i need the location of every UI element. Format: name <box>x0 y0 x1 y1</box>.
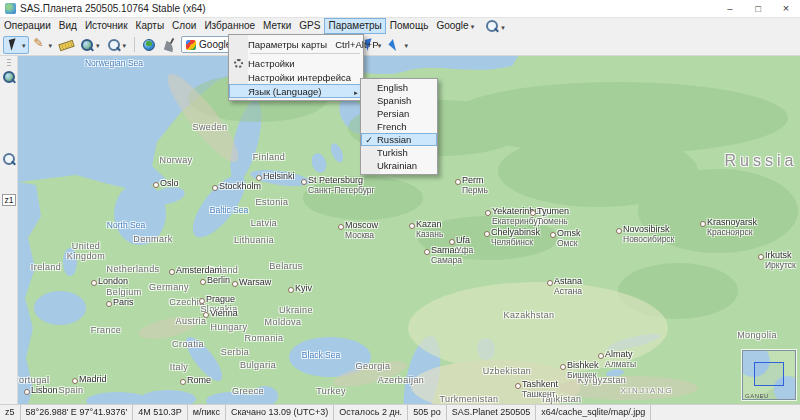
chevron-down-icon <box>499 21 505 32</box>
country-label: Georgia <box>356 362 391 372</box>
city-name-ru: Москва <box>345 231 378 240</box>
city-name-ru: Пермь <box>462 186 488 195</box>
menu-separator <box>250 53 360 54</box>
city-name-en: Paris <box>113 298 134 308</box>
menu-item-label: Язык (Language) <box>248 86 321 97</box>
maximize-button[interactable] <box>744 0 772 17</box>
menu-layers[interactable]: Слои <box>168 18 200 34</box>
nav-arrow2-icon <box>388 38 402 52</box>
menu-view[interactable]: Вид <box>55 18 81 34</box>
chevron-down-icon <box>20 39 26 50</box>
titlebar: SAS.Планета 250505.10764 Stable (x64) <box>0 0 800 18</box>
zoom-in-icon[interactable] <box>2 70 16 84</box>
city-label: MoscowМосква <box>345 221 378 240</box>
gps-receiver-button[interactable] <box>160 36 180 54</box>
zoom-region-button[interactable] <box>77 36 103 54</box>
country-label: Belarus <box>269 262 302 272</box>
language-item-spanish[interactable]: Spanish <box>361 94 437 107</box>
fullscreen-globe-button[interactable] <box>139 36 159 54</box>
city-label: AstanaАстана <box>554 277 582 296</box>
city-name-en: Stockholm <box>219 182 261 192</box>
main-toolbar: Google <box>0 34 800 56</box>
placemark-tool-button[interactable] <box>30 36 56 54</box>
city-name-ru: Омск <box>557 239 581 248</box>
status-segment: x64/cache_sqlite/map/.jpg <box>536 405 651 420</box>
close-button[interactable] <box>772 0 800 17</box>
city-name-en: Warsaw <box>239 278 271 288</box>
city-label: AlmatyАлматы <box>605 350 636 369</box>
zoom-out-icon[interactable] <box>2 152 16 166</box>
sea-label: Black Sea <box>302 351 340 360</box>
language-item-persian[interactable]: Persian <box>361 107 437 120</box>
menu-item-settings[interactable]: Настройки <box>229 56 363 70</box>
country-label: Bulgaria <box>240 361 276 371</box>
language-item-label: Persian <box>377 108 409 119</box>
country-label: Denmark <box>133 235 172 245</box>
country-label: Austria <box>176 317 207 327</box>
menu-operations[interactable]: Операции <box>0 18 55 34</box>
menu-item-language[interactable]: Язык (Language) <box>229 84 363 98</box>
language-menu-items: EnglishSpanishPersianFrenchRussianTurkis… <box>361 81 437 172</box>
city-label: Prague <box>206 295 235 305</box>
city-label: St PetersburgСанкт-Петербург <box>308 176 375 195</box>
city-label: Lisbon <box>31 386 58 396</box>
city-name-ru: Самара <box>431 256 463 265</box>
ruler-icon <box>59 38 73 52</box>
chevron-down-icon <box>469 20 475 31</box>
language-item-label: Turkish <box>377 147 408 158</box>
status-segment: 58°26.988' E 97°41.9376' <box>21 405 134 420</box>
country-label: Ukraine <box>279 306 313 316</box>
search-button[interactable] <box>482 17 508 35</box>
chevron-down-icon <box>402 39 408 50</box>
city-label: London <box>98 277 128 287</box>
minimap[interactable]: GANEU <box>742 350 796 400</box>
menu-maps[interactable]: Карты <box>132 18 169 34</box>
city-name-en: Madrid <box>79 375 107 385</box>
menu-item-interface-settings[interactable]: Настройки интерфейса <box>229 70 363 84</box>
city-label: KazanКазань <box>416 220 443 239</box>
country-label: Estonia <box>256 198 289 208</box>
status-segment: 4М 510.3Р <box>133 405 188 420</box>
previous-view-button[interactable] <box>104 36 130 54</box>
minimize-button[interactable] <box>716 0 744 17</box>
city-label: OmskОмск <box>557 229 581 248</box>
menu-favorites[interactable]: Избранное <box>200 18 259 34</box>
city-label: Vienna <box>210 309 238 319</box>
menu-help[interactable]: Помощь <box>386 18 433 34</box>
language-item-label: Russian <box>377 134 411 145</box>
menu-params[interactable]: Параметры <box>324 18 385 34</box>
statusbar: z558°26.988' E 97°41.9376'4М 510.3Рм/пик… <box>0 404 800 420</box>
language-item-turkish[interactable]: Turkish <box>361 146 437 159</box>
menu-item-map-params[interactable]: Параметры картыCtrl+Alt+P <box>229 37 363 51</box>
city-label: Rome <box>187 376 211 386</box>
menu-gps[interactable]: GPS <box>295 18 324 34</box>
region-label: Russia <box>725 152 798 170</box>
city-label: BishkekБишкек <box>567 361 599 380</box>
menu-google[interactable]: Google <box>432 18 478 34</box>
globe-icon <box>142 38 156 52</box>
country-label: Italy <box>170 363 189 373</box>
menu-marks[interactable]: Метки <box>259 18 295 34</box>
route-arrow-button[interactable] <box>385 36 411 54</box>
country-label: Latvia <box>251 219 277 229</box>
minimap-viewport-rect[interactable] <box>754 362 784 386</box>
language-item-french[interactable]: French <box>361 120 437 133</box>
ruler-tool-button[interactable] <box>56 36 76 54</box>
city-label: Madrid <box>79 375 107 385</box>
menu-source[interactable]: Источник <box>81 18 132 34</box>
menubar: ОперацииВидИсточникКартыСлоиИзбранноеМет… <box>0 18 800 34</box>
city-name-en: Vienna <box>210 309 238 319</box>
language-item-english[interactable]: English <box>361 81 437 94</box>
zoom-toolbar: z1 <box>0 56 18 404</box>
status-segment: Скачано 13.09 (UTC+3) <box>226 405 334 420</box>
language-item-ukrainian[interactable]: Ukrainian <box>361 159 437 172</box>
app-icon <box>5 3 16 14</box>
city-label: TyumenТюмень <box>537 207 569 226</box>
country-label: France <box>91 326 121 336</box>
city-label: PermПермь <box>462 176 488 195</box>
window-title: SAS.Планета 250505.10764 Stable (x64) <box>20 3 716 14</box>
zoom-level-label[interactable]: z1 <box>2 194 16 206</box>
country-label: Sweden <box>193 123 228 133</box>
selection-tool-button[interactable] <box>3 36 29 54</box>
language-item-russian[interactable]: Russian <box>361 133 437 146</box>
